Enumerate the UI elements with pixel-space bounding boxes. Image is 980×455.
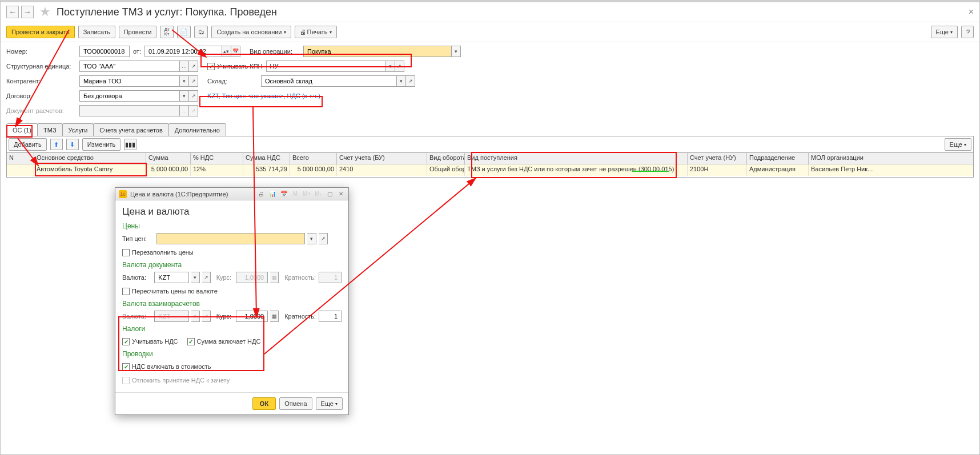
store-field[interactable] xyxy=(261,75,397,87)
operation-type-select[interactable] xyxy=(303,46,452,57)
post-button[interactable]: Провести xyxy=(119,26,157,38)
print-button[interactable]: 🖨Печать xyxy=(295,26,337,38)
nav-back[interactable]: ← xyxy=(6,6,19,18)
tab-additional[interactable]: Дополнительно xyxy=(168,123,226,136)
price-type-label: Тип цен: xyxy=(122,235,154,242)
kpn-open[interactable]: ↗ xyxy=(395,61,404,72)
settl-rate-field[interactable] xyxy=(236,311,268,322)
contract-dropdown[interactable]: ▾ xyxy=(180,90,189,102)
move-down-icon[interactable]: ⬇ xyxy=(66,139,79,150)
dt-kt-button[interactable]: ДтКт xyxy=(160,26,174,38)
counterparty-label: Контрагент: xyxy=(6,78,79,84)
section-taxes: Налоги xyxy=(122,325,342,333)
number-label: Номер: xyxy=(6,48,79,55)
settl-currency-drop: ▾ xyxy=(191,311,200,322)
nav-forward[interactable]: → xyxy=(21,6,34,18)
operation-type-dropdown[interactable]: ▾ xyxy=(452,46,461,57)
popup-mplus-icon: M+ xyxy=(303,190,311,198)
settl-rate-calc[interactable]: ▦ xyxy=(270,311,279,322)
help-button[interactable]: ? xyxy=(961,26,974,38)
settl-mult-label: Кратность: xyxy=(284,313,316,320)
counterparty-field[interactable] xyxy=(79,75,180,87)
save-button[interactable]: Записать xyxy=(78,26,115,38)
popup-cal-icon[interactable]: 📅 xyxy=(280,190,288,198)
number-field[interactable] xyxy=(79,46,130,57)
post-and-close-button[interactable]: Провести и закрыть xyxy=(6,26,75,38)
kpn-dropdown[interactable]: ▾ xyxy=(386,61,395,72)
store-label: Склад: xyxy=(207,78,261,84)
cell-receipt-type: ТМЗ и услуги без НДС или по которым заче… xyxy=(465,164,688,176)
page-title: Поступление ТМЗ и услуг: Покупка. Провед… xyxy=(57,6,277,18)
popup-print-icon[interactable]: 🖨 xyxy=(257,190,265,198)
col-account: Счет учета (БУ) xyxy=(337,153,427,164)
settlement-doc-open: ↗ xyxy=(189,105,198,116)
tab-os[interactable]: ОС (1) xyxy=(6,123,38,136)
refill-checkbox[interactable]: Перезаполнить цены xyxy=(122,249,194,256)
table-row[interactable]: Автомобиль Toyota Camry 5 000 000,00 12%… xyxy=(7,164,973,176)
tab-tmz[interactable]: ТМЗ xyxy=(37,123,63,136)
create-based-button[interactable]: Создать на основании xyxy=(211,26,291,38)
settlement-doc-more: … xyxy=(180,105,189,116)
doc-currency-drop[interactable]: ▾ xyxy=(191,272,200,283)
price-type-field[interactable] xyxy=(156,233,305,244)
nds-in-cost-checkbox[interactable]: ✓НДС включать в стоимость xyxy=(122,363,211,371)
delay-nds-checkbox: Отложить принятие НДС к зачету xyxy=(122,377,230,384)
kpn-checkbox[interactable]: ✓Учитывать КПН xyxy=(207,63,263,70)
store-dropdown[interactable]: ▾ xyxy=(397,75,406,87)
cell-sum: 5 000 000,00 xyxy=(146,164,191,176)
price-type-open[interactable]: ↗ xyxy=(319,233,328,244)
date-field[interactable] xyxy=(144,46,222,57)
doc-currency-label: Валюта: xyxy=(122,274,152,281)
calendar-icon[interactable]: 📅 xyxy=(231,46,240,57)
barcode-icon[interactable]: ▮▮▮ xyxy=(124,139,136,150)
col-receipt-type: Вид поступления xyxy=(465,153,688,164)
grid-more-button[interactable]: Еще xyxy=(945,138,971,151)
report-icon[interactable]: 📄 xyxy=(177,26,191,38)
store-open[interactable]: ↗ xyxy=(406,75,415,87)
recalc-checkbox[interactable]: Пересчитать цены по валюте xyxy=(122,288,218,295)
cell-responsible: Васильев Петр Ник... xyxy=(809,164,889,176)
popup-m-icon: M xyxy=(291,190,299,198)
counterparty-open[interactable]: ↗ xyxy=(189,75,198,87)
struct-open[interactable]: ↗ xyxy=(189,61,198,72)
cell-n xyxy=(7,164,34,176)
doc-mult-field xyxy=(319,272,342,283)
price-type-link[interactable]: KZT, Тип цен: <не указан>, НДС (в т.ч.) xyxy=(207,92,320,99)
include-nds-checkbox[interactable]: ✓Учитывать НДС xyxy=(122,338,178,345)
doc-currency-open[interactable]: ↗ xyxy=(202,272,211,283)
counterparty-dropdown[interactable]: ▾ xyxy=(180,75,189,87)
popup-title: Цена и валюта (1С:Предприятие) xyxy=(130,191,254,198)
move-up-icon[interactable]: ⬆ xyxy=(50,139,63,150)
ok-button[interactable]: ОК xyxy=(252,397,276,410)
col-fixed-asset: Основное средство xyxy=(34,153,146,164)
tab-services[interactable]: Услуги xyxy=(62,123,94,136)
more-button[interactable]: Еще xyxy=(931,26,958,38)
contract-label: Договор: xyxy=(6,92,79,99)
col-responsible: МОЛ организации xyxy=(809,153,889,164)
popup-close-icon[interactable]: ✕ xyxy=(337,190,345,198)
kpn-field[interactable] xyxy=(266,61,386,72)
contract-field[interactable] xyxy=(79,90,180,102)
add-button[interactable]: Добавить xyxy=(9,138,47,151)
struct-field[interactable] xyxy=(79,61,180,72)
favorite-star-icon[interactable]: ★ xyxy=(39,5,51,19)
structure-icon[interactable]: 🗂 xyxy=(194,26,208,38)
sum-includes-nds-checkbox[interactable]: ✓Сумма включает НДС xyxy=(187,338,261,345)
tab-accounts[interactable]: Счета учета расчетов xyxy=(93,123,168,136)
cell-department: Администрация xyxy=(747,164,809,176)
popup-mminus-icon: M- xyxy=(314,190,322,198)
section-doc-currency: Валюта документа xyxy=(122,261,342,269)
date-spinner[interactable]: ▴▾ xyxy=(222,46,231,57)
cancel-button[interactable]: Отмена xyxy=(279,397,312,410)
popup-calc-icon[interactable]: 📊 xyxy=(268,190,276,198)
close-icon[interactable]: × xyxy=(969,7,974,17)
settl-mult-field[interactable] xyxy=(319,311,342,322)
popup-more-button[interactable]: Еще xyxy=(316,397,343,410)
popup-min-icon[interactable]: ▢ xyxy=(326,190,334,198)
price-type-drop[interactable]: ▾ xyxy=(307,233,316,244)
struct-more[interactable]: … xyxy=(180,61,189,72)
contract-open[interactable]: ↗ xyxy=(189,90,198,102)
col-turnover: Вид оборота xyxy=(427,153,465,164)
doc-currency-field[interactable] xyxy=(154,272,188,283)
edit-button[interactable]: Изменить xyxy=(82,138,121,151)
